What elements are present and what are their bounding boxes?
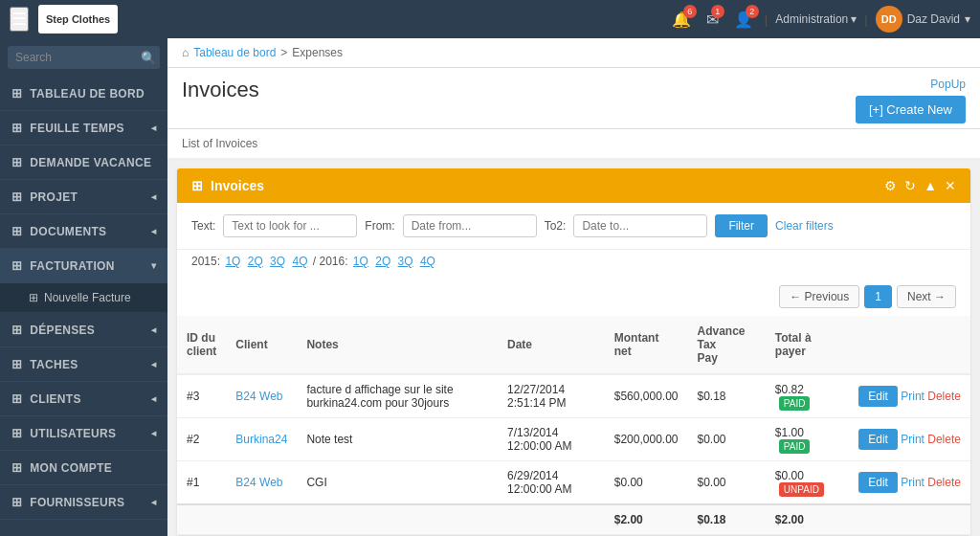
q3-2016-link[interactable]: 3Q bbox=[398, 255, 413, 268]
clear-filters-link[interactable]: Clear filters bbox=[775, 219, 834, 233]
row-client: Burkina24 bbox=[226, 418, 297, 461]
sidebar-item-mon-compte[interactable]: ⊞ Mon Compte bbox=[0, 451, 167, 485]
create-new-button[interactable]: [+] Create New bbox=[856, 96, 966, 123]
edit-button[interactable]: Edit bbox=[858, 472, 898, 493]
from-date-input[interactable] bbox=[403, 214, 537, 237]
sidebar-item-fournisseurs[interactable]: ⊞ Fournisseurs ◂ bbox=[0, 485, 167, 520]
search-box: 🔍 bbox=[0, 38, 167, 77]
sidebar-item-facturation[interactable]: ⊞ Facturation ▾ bbox=[0, 249, 167, 283]
sidebar-item-feuille[interactable]: ⊞ Feuille Temps ◂ bbox=[0, 111, 167, 145]
invoices-panel: ⊞ Invoices ⚙ ↻ ▲ ✕ Text: From: To2: Filt… bbox=[177, 168, 970, 535]
q2-2015-link[interactable]: 2Q bbox=[248, 255, 263, 268]
messages-badge: 1 bbox=[711, 5, 724, 18]
user-name: Daz David bbox=[907, 12, 960, 26]
refresh-icon[interactable]: ↻ bbox=[904, 178, 916, 193]
q2-2016-link[interactable]: 2Q bbox=[375, 255, 390, 268]
print-button[interactable]: Print bbox=[901, 390, 924, 403]
taches-arrow-icon: ◂ bbox=[151, 359, 156, 369]
q1-2015-link[interactable]: 1Q bbox=[225, 255, 240, 268]
tableau-icon: ⊞ bbox=[11, 86, 22, 100]
delete-button[interactable]: Delete bbox=[927, 476, 961, 489]
row-date: 7/13/2014 12:00:00 AM bbox=[498, 418, 605, 461]
notifications-badge: 6 bbox=[683, 5, 697, 18]
edit-button[interactable]: Edit bbox=[858, 386, 898, 407]
panel-header-actions: ⚙ ↻ ▲ ✕ bbox=[884, 178, 956, 193]
row-notes: facture d affichage sur le site burkina2… bbox=[297, 374, 498, 418]
administration-button[interactable]: Administration ▾ bbox=[775, 12, 857, 26]
demande-icon: ⊞ bbox=[11, 155, 22, 169]
sidebar-sub-item-nouvelle-facture[interactable]: ⊞ Nouvelle Facture bbox=[0, 283, 167, 313]
admin-dropdown-icon: ▾ bbox=[851, 12, 857, 26]
col-client: Client bbox=[226, 316, 297, 374]
sidebar-item-label: Clients bbox=[30, 392, 143, 406]
depenses-icon: ⊞ bbox=[11, 323, 22, 337]
text-filter-label: Text: bbox=[191, 219, 215, 233]
invoices-table: ID duclient Client Notes Date Montantnet… bbox=[177, 316, 970, 535]
delete-button[interactable]: Delete bbox=[927, 390, 961, 403]
filter-button[interactable]: Filter bbox=[715, 214, 768, 237]
fournisseurs-arrow-icon: ◂ bbox=[151, 497, 156, 507]
panel-grid-icon: ⊞ bbox=[191, 178, 203, 193]
users-badge: 2 bbox=[746, 5, 759, 18]
sidebar-item-projet[interactable]: ⊞ Projet ◂ bbox=[0, 180, 167, 214]
sidebar-item-label: Documents bbox=[30, 225, 143, 238]
total-empty5 bbox=[849, 504, 970, 535]
row-montant: $0.00 bbox=[605, 461, 688, 505]
client-link[interactable]: B24 Web bbox=[235, 390, 282, 403]
sidebar-item-label: Utilisateurs bbox=[30, 427, 143, 440]
users-button[interactable]: 👤 2 bbox=[730, 7, 757, 33]
sidebar-item-demande[interactable]: ⊞ Demande Vacance bbox=[0, 145, 167, 180]
page-header: Invoices PopUp [+] Create New bbox=[167, 68, 980, 129]
sidebar-item-utilisateurs[interactable]: ⊞ Utilisateurs ◂ bbox=[0, 416, 167, 451]
print-button[interactable]: Print bbox=[901, 476, 924, 489]
to-date-input[interactable] bbox=[573, 214, 707, 237]
sidebar-item-documents[interactable]: ⊞ Documents ◂ bbox=[0, 214, 167, 249]
home-icon: ⌂ bbox=[182, 46, 189, 59]
fournisseurs-icon: ⊞ bbox=[11, 495, 22, 509]
sidebar-item-depenses[interactable]: ⊞ Dépenses ◂ bbox=[0, 313, 167, 347]
notifications-button[interactable]: 🔔 6 bbox=[668, 7, 695, 33]
sidebar-item-clients[interactable]: ⊞ Clients ◂ bbox=[0, 382, 167, 416]
search-icon-button[interactable]: 🔍 bbox=[141, 51, 156, 65]
close-icon[interactable]: ✕ bbox=[945, 178, 956, 193]
mon-compte-icon: ⊞ bbox=[11, 460, 22, 475]
q4-2015-link[interactable]: 4Q bbox=[292, 255, 307, 268]
next-page-button[interactable]: Next → bbox=[897, 285, 956, 308]
client-link[interactable]: B24 Web bbox=[235, 476, 282, 489]
list-label: List of Invoices bbox=[167, 129, 980, 159]
row-id: #1 bbox=[177, 461, 226, 505]
panel-title-text: Invoices bbox=[211, 178, 264, 193]
to2-filter-label: To2: bbox=[545, 219, 567, 233]
user-initials: DD bbox=[881, 13, 897, 25]
delete-button[interactable]: Delete bbox=[927, 433, 961, 446]
sidebar-item-label: Facturation bbox=[30, 259, 143, 273]
messages-button[interactable]: ✉ 1 bbox=[702, 7, 723, 33]
hamburger-menu-button[interactable]: ☰ bbox=[10, 7, 29, 32]
search-input[interactable] bbox=[8, 46, 160, 69]
page-1-button[interactable]: 1 bbox=[864, 285, 892, 308]
q4-2016-link[interactable]: 4Q bbox=[420, 255, 435, 268]
user-avatar: DD bbox=[876, 6, 902, 33]
print-button[interactable]: Print bbox=[901, 433, 924, 446]
previous-page-button[interactable]: ← Previous bbox=[779, 285, 859, 308]
q1-2016-link[interactable]: 1Q bbox=[353, 255, 368, 268]
client-link[interactable]: Burkina24 bbox=[235, 433, 287, 446]
sidebar-item-tableau[interactable]: ⊞ Tableau de Bord bbox=[0, 77, 167, 111]
table-row: #1 B24 Web CGI 6/29/2014 12:00:00 AM $0.… bbox=[177, 461, 970, 505]
nav-divider: | bbox=[765, 12, 768, 27]
q3-2015-link[interactable]: 3Q bbox=[270, 255, 285, 268]
row-advance-tax: $0.00 bbox=[688, 461, 766, 505]
user-menu-button[interactable]: DD Daz David ▾ bbox=[876, 6, 970, 33]
utilisateurs-arrow-icon: ◂ bbox=[151, 428, 156, 438]
table-row: #3 B24 Web facture d affichage sur le si… bbox=[177, 374, 970, 418]
user-dropdown-icon: ▾ bbox=[965, 12, 970, 26]
sidebar-item-taches[interactable]: ⊞ Taches ◂ bbox=[0, 347, 167, 382]
gear-icon[interactable]: ⚙ bbox=[884, 178, 897, 193]
text-filter-input[interactable] bbox=[223, 214, 357, 237]
breadcrumb-parent-link[interactable]: Tableau de bord bbox=[193, 46, 276, 59]
filter-row: Text: From: To2: Filter Clear filters bbox=[177, 203, 970, 250]
popup-link[interactable]: PopUp bbox=[930, 78, 966, 91]
taches-icon: ⊞ bbox=[11, 357, 22, 371]
collapse-icon[interactable]: ▲ bbox=[924, 178, 937, 193]
edit-button[interactable]: Edit bbox=[858, 429, 898, 450]
